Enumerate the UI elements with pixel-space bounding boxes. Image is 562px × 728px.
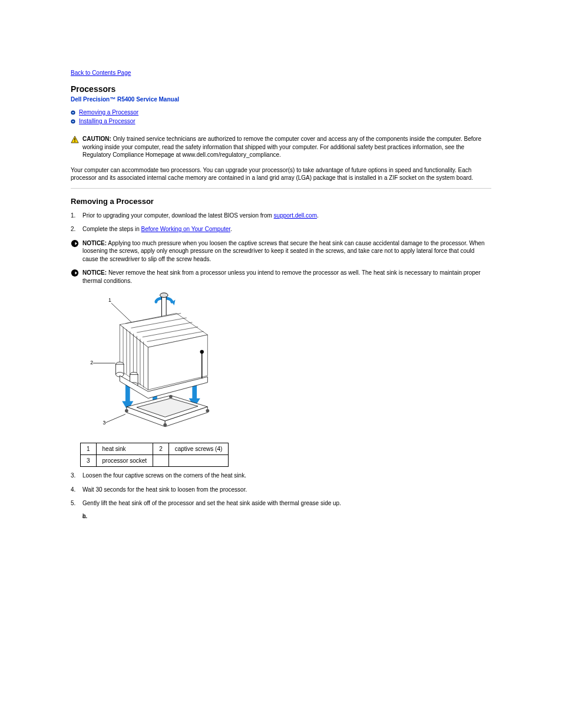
step-2: Complete the steps in Before Working on … (71, 225, 491, 233)
procedure-steps: Prior to upgrading your computer, downlo… (71, 212, 491, 233)
svg-text:3: 3 (103, 420, 105, 426)
legend-2-num: 2 (153, 443, 169, 455)
svg-point-50 (163, 423, 167, 427)
figure-legend-table: 1 heat sink 2 captive screws (4) 3 proce… (80, 443, 229, 467)
toc-link-install[interactable]: Installing a Processor (79, 117, 135, 126)
heatsink-diagram-icon: 1 2 3 (80, 291, 227, 438)
step-2-post: . (230, 226, 232, 232)
step-2-pre: Complete the steps in (82, 226, 141, 232)
notice-2-label: NOTICE: (82, 269, 107, 276)
step-3: Loosen the four captive screws on the co… (71, 472, 491, 480)
svg-point-52 (169, 395, 173, 398)
procedure-steps-continued: Loosen the four captive screws on the co… (71, 472, 491, 508)
toc-item-remove: Removing a Processor (71, 108, 491, 117)
caution-block: CAUTION: Only trained service technician… (71, 135, 491, 159)
bullet-icon (71, 110, 75, 115)
svg-point-51 (206, 409, 209, 413)
legend-empty-num (153, 455, 169, 467)
toc-link-remove[interactable]: Removing a Processor (79, 108, 138, 117)
legend-1-num: 1 (81, 443, 97, 455)
step-4-text: Wait 30 seconds for the heat sink to loo… (82, 486, 247, 493)
step-5-text: Gently lift the heat sink off of the pro… (82, 500, 341, 506)
notice-2-body: Never remove the heat sink from a proces… (82, 269, 481, 284)
svg-point-1 (72, 111, 74, 113)
caution-text: CAUTION: Only trained service technician… (82, 135, 491, 159)
legend-2-label: captive screws (4) (168, 443, 229, 455)
step-5: Gently lift the heat sink off of the pro… (71, 499, 491, 508)
notice-arrow-icon (71, 239, 79, 248)
svg-text:2: 2 (90, 360, 93, 365)
page-title: Processors (71, 84, 491, 94)
substep-b-letter: b. (82, 512, 87, 521)
support-dell-link[interactable]: support.dell.com (274, 212, 317, 219)
caution-label: CAUTION: (82, 136, 111, 142)
legend-3-label: processor socket (96, 455, 153, 467)
step-1-post: . (317, 212, 319, 219)
step-1-pre: Prior to upgrading your computer, downlo… (82, 212, 274, 219)
before-working-link[interactable]: Before Working on Your Computer (141, 226, 231, 232)
notice-1-text: NOTICE: Applying too much pressure when … (82, 239, 491, 263)
intro-paragraph: Your computer can accommodate two proces… (71, 166, 491, 182)
svg-text:1: 1 (108, 297, 111, 303)
notice-2-text: NOTICE: Never remove the heat sink from … (82, 269, 491, 285)
toc-item-install: Installing a Processor (71, 117, 491, 126)
section-title-remove: Removing a Processor (71, 197, 491, 206)
manual-subtitle: Dell Precision™ R5400 Service Manual (71, 96, 491, 103)
svg-point-7 (71, 239, 78, 246)
svg-point-3 (72, 120, 74, 122)
legend-1-label: heat sink (96, 443, 153, 455)
notice-1-label: NOTICE: (82, 240, 107, 246)
svg-point-48 (200, 350, 204, 354)
svg-point-17 (160, 293, 168, 298)
legend-3-num: 3 (81, 455, 97, 467)
svg-point-8 (71, 269, 78, 276)
warning-triangle-icon (71, 136, 79, 144)
step-4: Wait 30 seconds for the heat sink to loo… (71, 486, 491, 494)
notice-block-1: NOTICE: Applying too much pressure when … (71, 239, 491, 263)
legend-empty-label (168, 455, 229, 467)
notice-1-body: Applying too much pressure when you loos… (82, 240, 485, 262)
bullet-icon (71, 119, 75, 124)
section-divider (71, 188, 491, 189)
svg-rect-5 (74, 138, 75, 140)
table-of-contents: Removing a Processor Installing a Proces… (71, 108, 491, 126)
heatsink-figure: 1 2 3 (80, 291, 491, 467)
step-1: Prior to upgrading your computer, downlo… (71, 212, 491, 220)
back-to-contents-link[interactable]: Back to Contents Page (71, 70, 131, 76)
svg-point-49 (125, 409, 128, 413)
legend-row-1: 1 heat sink 2 captive screws (4) (81, 443, 229, 455)
svg-line-14 (105, 414, 125, 423)
step-3-text: Loosen the four captive screws on the co… (82, 472, 246, 479)
notice-block-2: NOTICE: Never remove the heat sink from … (71, 269, 491, 285)
svg-line-10 (111, 303, 134, 325)
legend-row-2: 3 processor socket (81, 455, 229, 467)
caution-body: Only trained service technicians are aut… (82, 136, 481, 158)
notice-arrow-icon (71, 269, 79, 277)
svg-rect-6 (74, 141, 75, 141)
